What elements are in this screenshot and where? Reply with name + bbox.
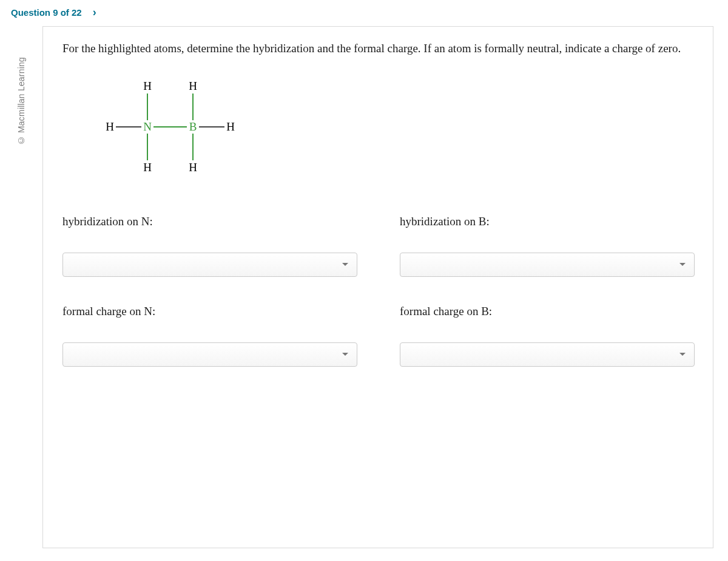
atom-b: B: [189, 120, 197, 134]
select-hybridization-b[interactable]: [400, 253, 695, 277]
label-hyb-n: hybridization on N:: [62, 215, 357, 228]
bond-h-n-left: [116, 126, 141, 127]
atom-h-bot-n: H: [143, 161, 152, 174]
field-formal-charge-n: formal charge on N:: [62, 305, 357, 367]
chevron-down-icon: [679, 263, 686, 266]
copyright-label: © Macmillan Learning: [16, 57, 26, 145]
bond-n-b: [153, 126, 187, 127]
bond-b-h-top: [192, 93, 194, 120]
bond-n-h-bottom: [147, 134, 148, 160]
atom-h-bot-b: H: [189, 161, 197, 174]
question-card: © Macmillan Learning For the highlighted…: [42, 26, 713, 548]
atom-h-top-n: H: [143, 80, 152, 93]
label-fc-b: formal charge on B:: [400, 305, 695, 318]
field-hybridization-b: hybridization on B:: [400, 215, 695, 277]
field-formal-charge-b: formal charge on B:: [400, 305, 695, 367]
next-question-chevron-icon[interactable]: ›: [93, 6, 96, 19]
bond-n-h-top: [147, 93, 148, 120]
atom-n: N: [143, 120, 152, 134]
atom-h-top-b: H: [189, 80, 197, 93]
select-formal-charge-b[interactable]: [400, 342, 695, 367]
select-hybridization-n[interactable]: [62, 253, 357, 277]
bond-b-h-bottom: [192, 134, 194, 160]
chevron-down-icon: [679, 353, 686, 356]
chevron-down-icon: [342, 353, 348, 356]
atom-h-right: H: [226, 120, 235, 134]
bond-b-h-right: [199, 126, 224, 127]
question-prompt: For the highlighted atoms, determine the…: [62, 40, 695, 57]
question-header: Question 9 of 22 ›: [0, 0, 728, 22]
label-hyb-b: hybridization on B:: [400, 215, 695, 228]
field-hybridization-n: hybridization on N:: [62, 215, 357, 277]
answer-fields: hybridization on N: hybridization on B: …: [62, 215, 695, 367]
label-fc-n: formal charge on N:: [62, 305, 357, 318]
molecule-diagram: H H H N B H H H: [81, 75, 238, 178]
select-formal-charge-n[interactable]: [62, 342, 357, 367]
question-number: Question 9 of 22: [11, 7, 82, 18]
atom-h-left: H: [106, 120, 114, 134]
chevron-down-icon: [342, 263, 348, 266]
